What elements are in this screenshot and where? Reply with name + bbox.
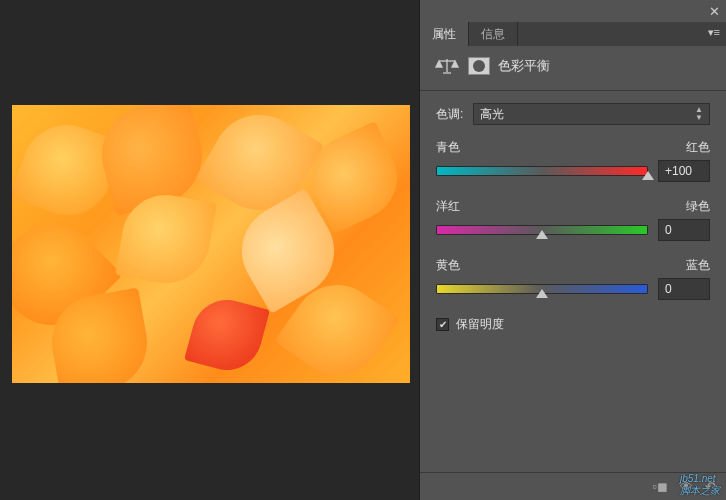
tone-value: 高光 bbox=[480, 106, 504, 123]
checkmark-icon: ✔ bbox=[439, 320, 447, 330]
slider-mg-value[interactable]: 0 bbox=[658, 219, 710, 241]
label-cyan: 青色 bbox=[436, 139, 460, 156]
canvas-preview bbox=[12, 105, 410, 383]
tone-label: 色调: bbox=[436, 106, 463, 123]
slider-yellow-blue: 黄色 蓝色 0 bbox=[436, 257, 710, 300]
preserve-luminosity-checkbox[interactable]: ✔ bbox=[436, 318, 449, 331]
properties-panel: ✕ 属性 信息 ▾≡ 色彩平衡 色调: 高光 ▲▼ 青色 红色 bbox=[419, 0, 726, 500]
label-red: 红色 bbox=[686, 139, 710, 156]
slider-yb-track[interactable] bbox=[436, 281, 648, 297]
slider-mg-track[interactable] bbox=[436, 222, 648, 238]
label-green: 绿色 bbox=[686, 198, 710, 215]
balance-scale-icon bbox=[434, 56, 460, 76]
layer-mask-icon[interactable] bbox=[468, 57, 490, 75]
tab-bar: 属性 信息 ▾≡ bbox=[420, 22, 726, 46]
panel-menu-icon[interactable]: ▾≡ bbox=[708, 26, 720, 39]
slider-mg-handle[interactable] bbox=[536, 230, 548, 239]
clip-to-layer-icon[interactable]: ▫◼ bbox=[652, 479, 668, 494]
tone-select[interactable]: 高光 ▲▼ bbox=[473, 103, 710, 125]
slider-cr-value[interactable]: +100 bbox=[658, 160, 710, 182]
tab-info[interactable]: 信息 bbox=[469, 22, 518, 46]
preserve-luminosity-label: 保留明度 bbox=[456, 316, 504, 333]
slider-cyan-red: 青色 红色 +100 bbox=[436, 139, 710, 182]
label-magenta: 洋红 bbox=[436, 198, 460, 215]
adjustment-header: 色彩平衡 bbox=[420, 46, 726, 91]
chevron-updown-icon: ▲▼ bbox=[695, 106, 703, 122]
close-icon[interactable]: ✕ bbox=[709, 4, 720, 19]
slider-yb-value[interactable]: 0 bbox=[658, 278, 710, 300]
adjustment-title: 色彩平衡 bbox=[498, 57, 550, 75]
watermark: jb51.net 脚本之家 bbox=[680, 473, 720, 498]
label-blue: 蓝色 bbox=[686, 257, 710, 274]
slider-magenta-green: 洋红 绿色 0 bbox=[436, 198, 710, 241]
label-yellow: 黄色 bbox=[436, 257, 460, 274]
image-leaves bbox=[12, 105, 410, 383]
slider-cr-track[interactable] bbox=[436, 163, 648, 179]
slider-yb-handle[interactable] bbox=[536, 289, 548, 298]
tab-properties[interactable]: 属性 bbox=[420, 22, 469, 46]
slider-cr-handle[interactable] bbox=[642, 171, 654, 180]
